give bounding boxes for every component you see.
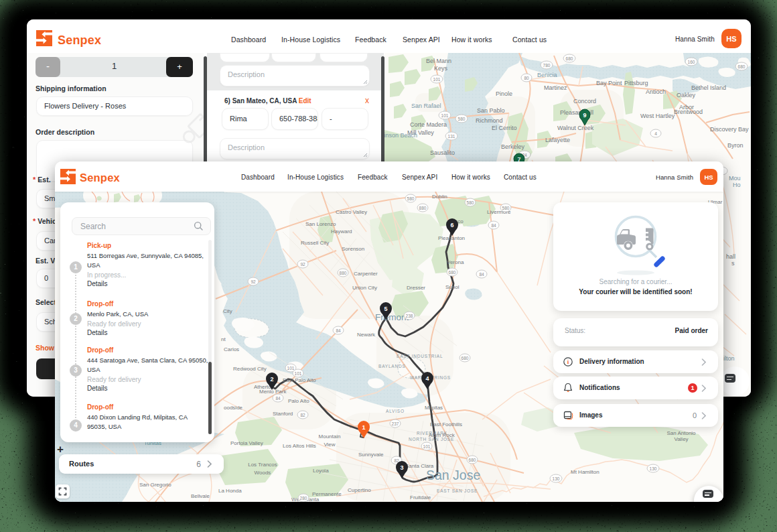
svg-text:Sausalito: Sausalito [430, 149, 455, 156]
svg-text:Sunnyvale: Sunnyvale [358, 452, 384, 458]
svg-text:BAYLANDS: BAYLANDS [378, 364, 406, 369]
svg-text:ilton: ilton [723, 355, 735, 362]
svg-text:Bel Mann: Bel Mann [426, 58, 451, 64]
svg-text:Los Trancos: Los Trancos [248, 462, 277, 468]
svg-text:4: 4 [425, 375, 429, 382]
svg-text:San Antonio: San Antonio [666, 430, 696, 436]
svg-text:San Jose: San Jose [426, 468, 480, 482]
svg-text:NORTH SAN JOSE: NORTH SAN JOSE [409, 437, 454, 442]
svg-text:9: 9 [583, 112, 586, 119]
svg-text:101: 101 [423, 444, 431, 449]
svg-text:Newark: Newark [357, 332, 376, 338]
svg-text:580: 580 [467, 200, 474, 205]
svg-text:Mou: Mou [729, 175, 741, 182]
svg-text:92: 92 [300, 262, 305, 267]
svg-text:84: 84 [336, 328, 341, 333]
svg-text:Castro Valley: Castro Valley [336, 209, 367, 215]
svg-text:Carlos: Carlos [224, 346, 239, 352]
svg-text:Union City: Union City [352, 285, 377, 291]
svg-text:Milpitas: Milpitas [425, 405, 443, 411]
svg-text:680: 680 [566, 56, 573, 61]
svg-text:Benicia: Benicia [537, 72, 557, 78]
svg-text:680: 680 [449, 270, 456, 275]
svg-text:Walnut Creek: Walnut Creek [557, 125, 594, 131]
svg-text:Ho: Ho [733, 182, 741, 188]
svg-text:Pittsburg: Pittsburg [624, 80, 648, 86]
svg-text:Pinole: Pinole [496, 90, 512, 97]
svg-text:West Hartley: West Hartley [640, 113, 675, 119]
svg-text:Dresser: Dresser [407, 285, 425, 291]
svg-text:84: 84 [275, 396, 281, 401]
svg-text:Bay Point: Bay Point [596, 80, 622, 86]
svg-text:oodside: oodside [224, 405, 243, 411]
svg-text:East Foothills: East Foothills [430, 421, 462, 427]
svg-text:San Lorenzo: San Lorenzo [305, 221, 336, 227]
svg-text:84: 84 [491, 223, 496, 228]
svg-text:Martinez: Martinez [544, 84, 567, 91]
svg-text:Verona: Verona [447, 259, 464, 265]
svg-text:RIVERMARK: RIVERMARK [417, 431, 447, 436]
svg-text:Palo Alto: Palo Alto [288, 398, 309, 404]
svg-text:101: 101 [295, 371, 302, 376]
svg-text:780: 780 [543, 63, 551, 68]
svg-text:680: 680 [738, 64, 746, 69]
svg-text:82: 82 [300, 413, 305, 417]
svg-text:238: 238 [406, 314, 413, 318]
svg-text:ALVISO: ALVISO [386, 409, 405, 413]
svg-text:82: 82 [394, 458, 399, 463]
svg-text:San Pablo: San Pablo [477, 107, 505, 114]
svg-text:Lafayette: Lafayette [545, 137, 570, 143]
svg-text:160: 160 [688, 60, 695, 64]
svg-text:580: 580 [502, 206, 510, 210]
svg-text:Berkeley: Berkeley [501, 143, 525, 150]
svg-text:4: 4 [654, 131, 657, 136]
svg-text:Russell City: Russell City [301, 240, 329, 246]
svg-text:s: s [731, 260, 735, 267]
svg-text:131: 131 [448, 134, 455, 139]
svg-text:Richmond: Richmond [476, 117, 503, 124]
svg-text:Portola Valley: Portola Valley [230, 440, 263, 446]
svg-text:Bellvale: Bellvale [191, 493, 210, 499]
svg-text:3: 3 [400, 464, 403, 471]
svg-text:580: 580 [458, 117, 466, 121]
svg-text:580: 580 [407, 196, 415, 201]
svg-text:Corte Madera: Corte Madera [410, 121, 447, 128]
svg-text:Cupertino: Cupertino [348, 487, 371, 493]
svg-text:101: 101 [433, 77, 441, 82]
svg-text:130: 130 [650, 466, 657, 471]
svg-text:East Palo Alto: East Palo Alto [283, 377, 316, 383]
svg-text:680: 680 [469, 458, 476, 462]
svg-text:i: i [567, 358, 569, 365]
svg-text:Antioch: Antioch [646, 88, 666, 95]
svg-text:EAST SAN JOSE: EAST SAN JOSE [437, 488, 478, 493]
svg-text:Hayward: Hayward [331, 228, 352, 235]
svg-text:880: 880 [340, 271, 347, 275]
svg-text:EAST INDUSTRIAL: EAST INDUSTRIAL [397, 354, 443, 358]
svg-text:Discovery Bay: Discovery Bay [710, 126, 749, 133]
svg-text:Los Altos Hills: Los Altos Hills [283, 443, 316, 449]
svg-text:Woods: Woods [255, 470, 271, 476]
svg-text:680: 680 [462, 356, 469, 360]
svg-text:Sunol: Sunol [445, 284, 460, 290]
svg-text:880: 880 [419, 206, 427, 210]
svg-text:La Honda: La Honda [218, 488, 242, 494]
svg-text:City: City [223, 308, 232, 314]
svg-text:Carpenter: Carpenter [354, 271, 378, 277]
svg-text:84: 84 [479, 272, 484, 277]
svg-text:Dublin: Dublin [432, 194, 447, 200]
svg-text:Bethel Island: Bethel Island [691, 84, 726, 91]
svg-text:Concord: Concord [573, 98, 596, 105]
svg-text:nt: nt [221, 336, 226, 342]
svg-text:Fremont: Fremont [375, 312, 409, 322]
svg-text:80: 80 [524, 76, 529, 80]
svg-text:Keys: Keys [434, 65, 448, 72]
svg-text:San Gregorio: San Gregorio [139, 482, 171, 488]
svg-text:Valley: Valley [674, 436, 688, 442]
svg-text:Fruitdale: Fruitdale [410, 494, 431, 501]
svg-text:San Rafael: San Rafael [411, 103, 441, 109]
svg-text:Sorenson: Sorenson [342, 246, 364, 252]
svg-text:130: 130 [553, 476, 560, 481]
svg-text:5: 5 [384, 306, 387, 312]
svg-text:2: 2 [270, 376, 273, 383]
svg-text:hall: hall [726, 253, 735, 260]
